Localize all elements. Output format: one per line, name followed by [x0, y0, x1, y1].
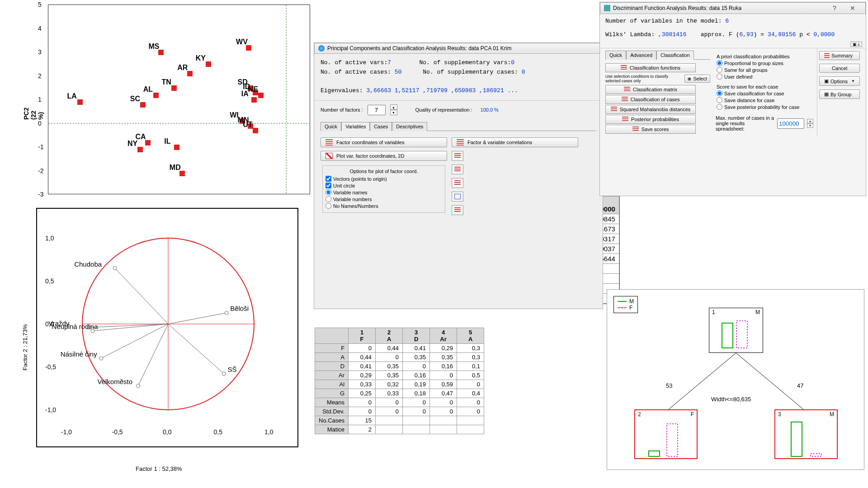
- classification-matrix-button[interactable]: Classification matrix: [605, 85, 696, 94]
- circle-ytick: -0,5: [45, 363, 60, 371]
- node2-cls: F: [691, 411, 694, 418]
- smd-label: Squared Mahalanobis distances: [620, 107, 691, 112]
- select-helper: Use selection conditions to classify sel…: [605, 74, 682, 83]
- app-icon: [604, 5, 610, 11]
- savedist-radio-row[interactable]: Save distance for case: [717, 97, 812, 103]
- cancel-button[interactable]: Cancel: [819, 64, 860, 73]
- corr-header: 2A: [376, 328, 403, 344]
- user-radio[interactable]: [717, 74, 722, 80]
- circle-var-label: Chudoba: [74, 260, 102, 268]
- dfa-tab-quick[interactable]: Quick: [605, 51, 626, 60]
- save-scores-button[interactable]: Save scores: [605, 125, 696, 134]
- plot-factor-coords-button[interactable]: Plot var. factor coordinates, 2D: [321, 151, 447, 161]
- vectors-checkbox[interactable]: [326, 176, 331, 182]
- scatter-ytick: 0: [38, 120, 42, 127]
- circle-var-label: SŠ: [228, 366, 237, 373]
- side-btn-5[interactable]: [452, 205, 463, 215]
- scatter-point: [187, 71, 193, 76]
- user-label: User defined: [724, 74, 752, 80]
- tree-node-1: 1M: [709, 308, 763, 353]
- select-button[interactable]: ▦Select: [684, 75, 710, 83]
- corr-cell: [430, 416, 457, 425]
- same-radio-row[interactable]: Same for all groups: [717, 67, 812, 73]
- grid-icon: [611, 107, 617, 112]
- pca-titlebar[interactable]: Principal Components and Classification …: [314, 43, 603, 54]
- tab-quick[interactable]: Quick: [321, 122, 341, 131]
- side-btn-3[interactable]: [452, 178, 463, 188]
- varnames-radio[interactable]: [326, 189, 331, 195]
- tab-descriptives[interactable]: Descriptives: [392, 122, 427, 131]
- options-button[interactable]: ▣Options▼: [819, 76, 860, 86]
- svg-rect-26: [811, 454, 821, 456]
- same-radio[interactable]: [717, 67, 722, 73]
- savecls-radio-row[interactable]: Save classification for case: [717, 90, 812, 96]
- scatter-point: [258, 93, 264, 98]
- side-btn-4[interactable]: [452, 192, 463, 202]
- varnames-radio-row[interactable]: Variable names: [326, 189, 442, 195]
- corr-cell: 0: [349, 344, 376, 353]
- dfa-titlebar[interactable]: Discriminant Function Analysis Results: …: [600, 2, 866, 14]
- svg-point-8: [225, 311, 228, 314]
- factor-var-corr-button[interactable]: Factor & variable correlations: [452, 137, 578, 147]
- quality-val: 100,0 %: [481, 107, 499, 113]
- scatter-ytick: 2: [38, 72, 42, 80]
- proportional-radio[interactable]: [717, 60, 722, 66]
- help-button[interactable]: ?: [826, 5, 844, 12]
- varnums-radio[interactable]: [326, 196, 331, 202]
- user-radio-row[interactable]: User defined: [717, 74, 812, 80]
- circle-ytick: 0,5: [45, 277, 60, 285]
- savecls-radio[interactable]: [717, 90, 722, 96]
- pca-supp-cases: 0: [522, 69, 525, 75]
- maxnum-down[interactable]: ▼: [807, 123, 813, 128]
- unit-circle-checkbox[interactable]: [326, 183, 331, 188]
- vectors-checkbox-row[interactable]: Vectors (points to origin): [326, 176, 442, 182]
- svg-rect-22: [736, 321, 747, 348]
- side-btn-1[interactable]: [452, 151, 463, 161]
- nonames-radio-row[interactable]: No Names/Numbers: [326, 203, 442, 209]
- summary-button[interactable]: Summary: [819, 51, 860, 60]
- savepost-radio-row[interactable]: Save posterior probability for case: [717, 104, 812, 110]
- tab-cases[interactable]: Cases: [370, 122, 392, 131]
- factor-coords-button[interactable]: Factor coordinates of variables: [321, 137, 447, 147]
- scatter-label: MS: [148, 42, 159, 51]
- dfa-tab-advanced[interactable]: Advanced: [626, 51, 656, 60]
- close-button[interactable]: ✕: [844, 5, 862, 12]
- classification-functions-button[interactable]: Classification functions: [605, 63, 696, 72]
- maxnum-up[interactable]: ▲: [807, 119, 813, 123]
- svg-line-15: [168, 324, 224, 374]
- nonames-radio[interactable]: [326, 203, 331, 209]
- dfa-info: Number of variables in the model: 6 Wilk…: [600, 14, 866, 42]
- posterior-prob-button[interactable]: Posterior probabilities: [605, 115, 696, 124]
- by-group-button[interactable]: ▦By Group: [819, 89, 860, 99]
- savedist-radio[interactable]: [717, 97, 722, 103]
- tab-variables[interactable]: Variables: [341, 122, 370, 131]
- scatter-point: [153, 93, 159, 98]
- numfactors-up[interactable]: ▲: [390, 104, 397, 110]
- savepost-radio[interactable]: [717, 104, 722, 110]
- pca-active-vars: 7: [387, 59, 391, 66]
- grid-icon: [454, 207, 461, 213]
- numfactors-input[interactable]: [368, 105, 386, 115]
- corr-matrix-table: 1F2A3D4Ar5AF00,440,410,290,3A0,4400,350,…: [315, 328, 484, 434]
- circle-xtick: 1,0: [264, 428, 273, 436]
- dfa-tab-classification[interactable]: Classification: [656, 51, 694, 60]
- grid-icon: [632, 127, 639, 132]
- proportional-radio-row[interactable]: Proportional to group sizes: [717, 60, 812, 66]
- numfactors-down[interactable]: ▼: [390, 110, 397, 115]
- mahalanobis-button[interactable]: Squared Mahalanobis distances: [605, 105, 696, 114]
- maxnum-input[interactable]: [777, 118, 804, 129]
- dfa-f-lbl: approx. F (: [701, 31, 740, 38]
- unit-circle-checkbox-row[interactable]: Unit circle: [326, 183, 442, 188]
- collapse-icon[interactable]: ▣ ±: [850, 42, 862, 47]
- classification-cases-button[interactable]: Classification of cases: [605, 95, 696, 104]
- circle-ytick: 0,0: [45, 320, 60, 328]
- corr-cell: [403, 425, 430, 434]
- corr-cell: 0: [376, 407, 403, 416]
- varnums-radio-row[interactable]: Variable numbers: [326, 196, 442, 202]
- svg-line-20: [736, 353, 806, 412]
- side-btn-2[interactable]: [452, 164, 463, 174]
- pca-factors-row: Number of factors : ▲ ▼ Quality of repre…: [314, 100, 603, 119]
- corr-cell: 0,44: [376, 344, 403, 353]
- corr-cell: 0: [403, 362, 430, 371]
- pca-eig-lbl: Eigenvalues:: [321, 87, 363, 94]
